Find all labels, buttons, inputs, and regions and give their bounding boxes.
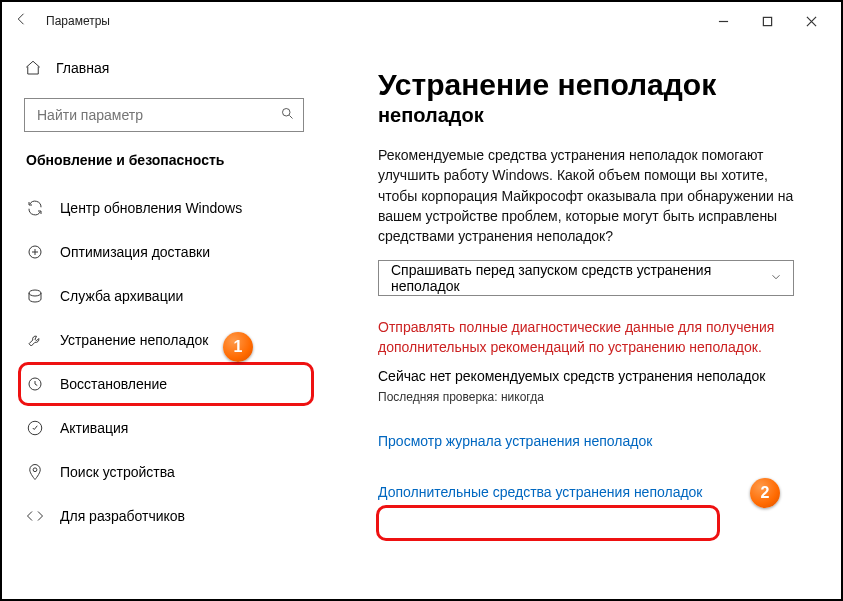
sidebar-item-troubleshoot[interactable]: Устранение неполадок xyxy=(24,318,304,362)
sidebar-item-label: Устранение неполадок xyxy=(60,332,208,348)
sidebar-item-find-device[interactable]: Поиск устройства xyxy=(24,450,304,494)
sidebar-item-developers[interactable]: Для разработчиков xyxy=(24,494,304,538)
sidebar-section-title: Обновление и безопасность xyxy=(26,152,304,168)
wrench-icon xyxy=(26,331,44,349)
sidebar-item-activation[interactable]: Активация xyxy=(24,406,304,450)
home-icon xyxy=(24,59,42,77)
svg-point-5 xyxy=(33,468,37,472)
page-title: Устранение неполадок xyxy=(378,68,813,102)
nav-home-label: Главная xyxy=(56,60,109,76)
search-input[interactable] xyxy=(35,106,280,124)
search-box[interactable] xyxy=(24,98,304,132)
delivery-icon xyxy=(26,243,44,261)
maximize-button[interactable] xyxy=(745,6,789,36)
svg-rect-0 xyxy=(763,17,771,25)
sidebar-item-label: Служба архивации xyxy=(60,288,183,304)
location-icon xyxy=(26,463,44,481)
chevron-down-icon xyxy=(769,270,783,287)
dropdown-value: Спрашивать перед запуском средств устран… xyxy=(391,262,769,294)
close-button[interactable] xyxy=(789,6,833,36)
sidebar-item-label: Оптимизация доставки xyxy=(60,244,210,260)
refresh-icon xyxy=(26,199,44,217)
sidebar-item-label: Центр обновления Windows xyxy=(60,200,242,216)
window-title: Параметры xyxy=(46,14,110,28)
sidebar-item-label: Активация xyxy=(60,420,128,436)
recovery-icon xyxy=(26,375,44,393)
backup-icon xyxy=(26,287,44,305)
description-text: Рекомендуемые средства устранения непола… xyxy=(378,145,798,246)
last-check-text: Последняя проверка: никогда xyxy=(378,390,813,404)
diagnostic-data-link[interactable]: Отправлять полные диагностические данные… xyxy=(378,318,798,357)
title-bar: Параметры xyxy=(2,2,841,40)
minimize-button[interactable] xyxy=(701,6,745,36)
sidebar-item-label: Для разработчиков xyxy=(60,508,185,524)
search-icon xyxy=(280,106,295,124)
sidebar-item-backup[interactable]: Служба архивации xyxy=(24,274,304,318)
sidebar-item-recovery[interactable]: Восстановление xyxy=(24,362,304,406)
troubleshoot-mode-dropdown[interactable]: Спрашивать перед запуском средств устран… xyxy=(378,260,794,296)
page-subtitle: неполадок xyxy=(378,104,813,127)
sidebar-item-label: Восстановление xyxy=(60,376,167,392)
additional-troubleshooters-link[interactable]: Дополнительные средства устранения непол… xyxy=(378,484,703,500)
activation-icon xyxy=(26,419,44,437)
main-panel: Устранение неполадок неполадок Рекоменду… xyxy=(322,40,841,599)
nav-home[interactable]: Главная xyxy=(24,48,304,88)
back-button[interactable] xyxy=(10,10,34,32)
history-link[interactable]: Просмотр журнала устранения неполадок xyxy=(378,433,652,449)
sidebar-item-windows-update[interactable]: Центр обновления Windows xyxy=(24,186,304,230)
no-recommend-text: Сейчас нет рекомендуемых средств устране… xyxy=(378,368,813,384)
sidebar-item-label: Поиск устройства xyxy=(60,464,175,480)
code-icon xyxy=(26,507,44,525)
svg-point-1 xyxy=(283,109,291,117)
sidebar: Главная Обновление и безопасность Центр … xyxy=(2,40,322,599)
sidebar-item-delivery-optimization[interactable]: Оптимизация доставки xyxy=(24,230,304,274)
